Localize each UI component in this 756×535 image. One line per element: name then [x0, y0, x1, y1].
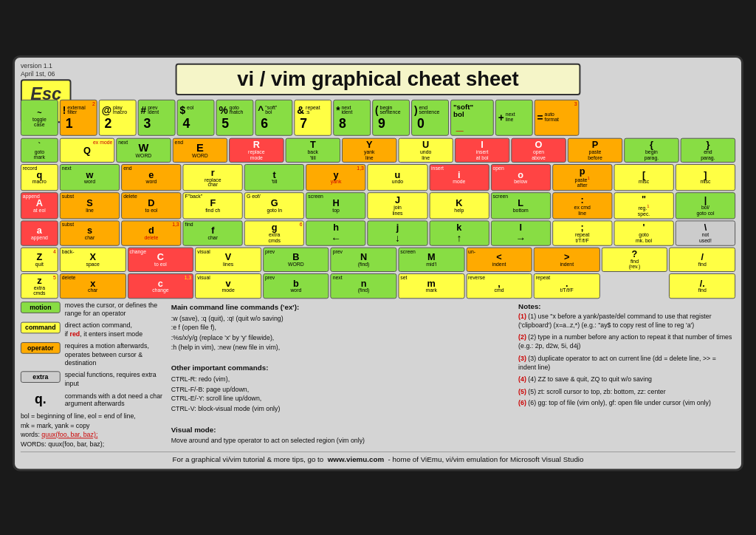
key-bracket-close[interactable]: ] misc	[676, 164, 735, 191]
key-tilde[interactable]: ~ togglecase	[21, 100, 58, 136]
key-Q[interactable]: ex mode Q	[60, 138, 114, 163]
key-J-upper[interactable]: J joinlines	[368, 192, 427, 219]
key-y-lower[interactable]: 1,3 y yank	[306, 164, 365, 191]
key-F-upper[interactable]: F"back" F find ch	[183, 192, 243, 219]
key-E-upper[interactable]: end E WORD	[173, 138, 227, 163]
key-less[interactable]: un- < indent	[466, 247, 532, 272]
key-X-upper[interactable]: back- X space	[60, 247, 126, 272]
key-w-lower[interactable]: next w word	[60, 164, 120, 191]
key-m-lower[interactable]: set m mark	[398, 273, 464, 299]
key-A-upper[interactable]: append A at eol	[21, 192, 58, 219]
main-commands-lines: :w (save), :q (quit), :q! (quit w/o savi…	[171, 313, 513, 352]
key-5[interactable]: % gotomatch 5	[216, 100, 253, 136]
legend-left: motion moves the cursor, or defines the …	[21, 301, 165, 449]
key-U-upper[interactable]: U undoline	[398, 138, 453, 163]
key-S-upper[interactable]: subst S line	[60, 192, 120, 219]
key-T-upper[interactable]: T back'till	[286, 138, 340, 163]
key-M-upper[interactable]: screen M mid'l	[398, 247, 464, 272]
key-3[interactable]: # prevident 3	[138, 100, 176, 136]
key-C-upper[interactable]: change C to eol	[128, 247, 194, 272]
key-c-lower[interactable]: 1,3 c change	[128, 273, 194, 299]
key-s-lower[interactable]: subst s char	[60, 220, 120, 245]
key-slash[interactable]: / find	[669, 247, 735, 272]
key-u-lower[interactable]: u undo	[368, 164, 427, 191]
key-I-upper[interactable]: I insertat bol	[455, 138, 509, 163]
key-apostrophe[interactable]: ' gotomk. bol	[614, 220, 673, 245]
key-plus[interactable]: + nextline	[495, 100, 533, 136]
key-backslash[interactable]: \ notused!	[676, 220, 735, 245]
key-z-lower[interactable]: 5 z extracmds	[21, 273, 58, 299]
key-g-lower[interactable]: 6 g extracmds	[244, 220, 304, 245]
key-j-lower[interactable]: j ↓	[368, 220, 427, 245]
key-e-lower[interactable]: end e word	[121, 164, 181, 191]
key-v-lower[interactable]: visual v mode	[195, 273, 261, 299]
key-l-lower[interactable]: l →	[491, 220, 551, 245]
key-7[interactable]: & repeat:s 7	[294, 100, 331, 136]
number-row: ~ togglecase ! externalfilter 1 2 @ play…	[21, 100, 735, 136]
key-comma[interactable]: reverse , cmd	[466, 273, 532, 299]
title-box: vi / vim graphical cheat sheet	[176, 64, 581, 95]
key-Y-upper[interactable]: Y yankline	[342, 138, 396, 163]
other-commands-lines: CTRL-R: redo (vim), CTRL-F/-B: page up/d…	[171, 375, 513, 414]
motion-badge: motion	[21, 301, 61, 313]
key-d-lower[interactable]: 1,3 d delete	[121, 220, 181, 245]
key-o-lower[interactable]: open o below	[491, 164, 551, 191]
key-k-lower[interactable]: k ↑	[429, 220, 489, 245]
key-G-upper[interactable]: G eof/ G goto ln	[244, 192, 304, 219]
key-r-lower[interactable]: r replacechar	[183, 164, 243, 191]
key-b-lower[interactable]: prev b word	[263, 273, 329, 299]
key-f-lower[interactable]: find f char	[183, 220, 243, 245]
key-backtick[interactable]: ` gotomark	[21, 138, 58, 163]
key-W-upper[interactable]: next W WORD	[116, 138, 171, 163]
key-0[interactable]: ) endsentence 0	[411, 100, 449, 136]
command-text: direct action command,if red, it enters …	[65, 322, 142, 339]
legend-right: Notes: (1) (1) use "x before a yank/past…	[518, 301, 735, 449]
key-8[interactable]: * nextident 8	[333, 100, 371, 136]
key-2[interactable]: @ playmacro 2	[99, 100, 137, 136]
footer-link[interactable]: www.viemu.com	[328, 455, 384, 463]
words-line: words: quux(foo, bar, baz);	[21, 432, 165, 439]
key-pipe[interactable]: | bol/goto col	[676, 192, 735, 219]
key-N-upper[interactable]: prev N (find)	[331, 247, 397, 272]
key-R-upper[interactable]: R replacemode	[229, 138, 284, 163]
main-container: version 1.1 April 1st, 06 vi / vim graph…	[13, 55, 743, 471]
key-period-repeat[interactable]: repeat . t/T/f/F	[534, 273, 600, 299]
key-brace-close[interactable]: } endparag.	[681, 138, 735, 163]
key-a-lower[interactable]: a append	[21, 220, 58, 245]
key-i-lower[interactable]: insert i mode	[429, 164, 489, 191]
key-greater[interactable]: > indent	[534, 247, 600, 272]
key-p-lower[interactable]: p paste1after	[552, 164, 612, 191]
key-question[interactable]: ? find(rev.)	[602, 247, 668, 272]
key-6[interactable]: ^ "soft"bol 6	[255, 100, 292, 136]
key-D-upper[interactable]: delete D to eol	[121, 192, 181, 219]
main-commands-title: Main command line commands ('ex'):	[171, 301, 513, 313]
operator-text: requires a motion afterwards, operates b…	[65, 342, 165, 367]
key-equals[interactable]: = autoformat 3	[535, 100, 580, 136]
operator-badge: operator	[21, 342, 61, 354]
key-B-upper[interactable]: prev B WORD	[263, 247, 329, 272]
key-q-lower[interactable]: record q macro	[21, 164, 58, 191]
key-h-lower[interactable]: h ←	[306, 220, 365, 245]
key-slash-find[interactable]: /. find	[669, 273, 735, 299]
key-semicolon[interactable]: ; repeatt/T/f/F	[552, 220, 612, 245]
visual-mode-text: Move around and type operator to act on …	[171, 436, 513, 446]
key-4[interactable]: $ eol 4	[177, 100, 215, 136]
key-9[interactable]: ( beginsentence 9	[372, 100, 410, 136]
key-n-lower[interactable]: next n (find)	[331, 273, 397, 299]
key-quote[interactable]: " reg.1spec.	[614, 192, 673, 219]
key-x-lower[interactable]: delete x char	[60, 273, 126, 299]
key-Z-upper[interactable]: 4 Z quit	[21, 247, 58, 272]
key-1[interactable]: ! externalfilter 1 2	[60, 100, 97, 136]
key-dash[interactable]: "soft"bol _	[450, 100, 494, 136]
key-brace-open[interactable]: { beginparag.	[624, 138, 678, 163]
note-4: (4) (4) ZZ to save & quit, ZQ to quit w/…	[518, 375, 735, 384]
key-K-upper[interactable]: K help	[429, 192, 489, 219]
key-V-upper[interactable]: visual V lines	[195, 247, 261, 272]
key-t-lower[interactable]: t 'till	[244, 164, 304, 191]
key-P-upper[interactable]: P pastebefore	[568, 138, 622, 163]
key-bracket-open[interactable]: [ misc	[614, 164, 673, 191]
key-L-upper[interactable]: screen L bottom	[491, 192, 551, 219]
key-colon[interactable]: : ex cmdline	[552, 192, 612, 219]
key-H-upper[interactable]: screen H top	[306, 192, 365, 219]
key-O-upper[interactable]: O openabove	[511, 138, 566, 163]
